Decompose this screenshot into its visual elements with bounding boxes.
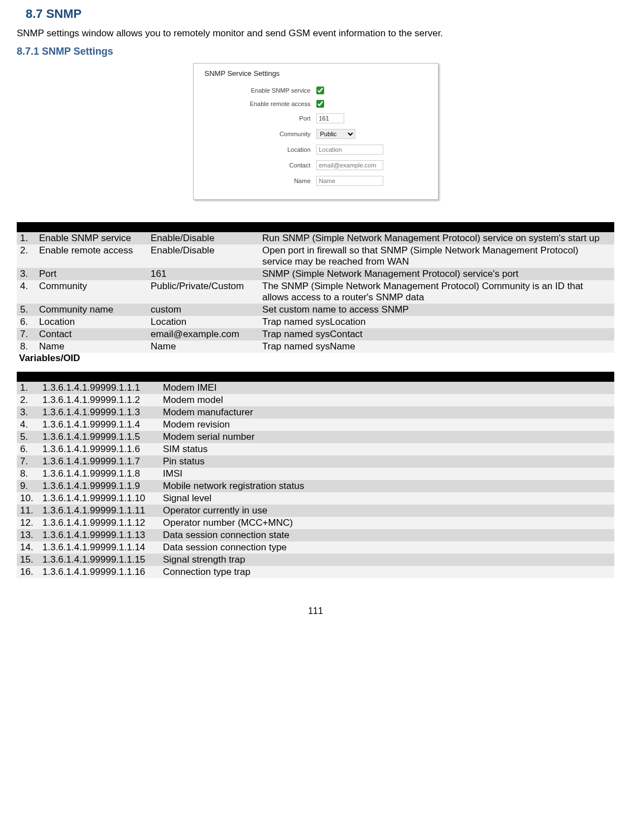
row-num: 7. [17, 328, 36, 340]
row-community: Community Public [205, 129, 427, 139]
row-num: 2. [17, 244, 36, 268]
row-field: Port [36, 268, 147, 280]
row-num: 11. [17, 505, 39, 517]
settings-head [17, 222, 614, 232]
port-input[interactable] [316, 113, 344, 123]
row-num: 8. [17, 340, 36, 353]
row-num: 5. [17, 431, 39, 443]
row-val: Name [147, 340, 259, 353]
row-val: email@example.com [147, 328, 259, 340]
contact-input[interactable] [316, 160, 383, 170]
row-num: 2. [17, 394, 39, 406]
table-row: 16.1.3.6.1.4.1.99999.1.1.16Connection ty… [17, 566, 614, 578]
name-input[interactable] [316, 176, 383, 186]
table-row: 1.Enable SNMP serviceEnable/DisableRun S… [17, 232, 614, 244]
table-row: 7.1.3.6.1.4.1.99999.1.1.7Pin status [17, 455, 614, 468]
row-num: 8. [17, 468, 39, 480]
table-row: 1.1.3.6.1.4.1.99999.1.1.1Modem IMEI [17, 382, 614, 394]
port-label: Port [205, 115, 316, 122]
row-contact: Contact [205, 160, 427, 170]
row-oid: 1.3.6.1.4.1.99999.1.1.8 [39, 468, 160, 480]
row-num: 10. [17, 492, 39, 505]
enable-remote-label: Enable remote access [205, 100, 316, 107]
settings-table: 1.Enable SNMP serviceEnable/DisableRun S… [17, 222, 614, 353]
row-oid: 1.3.6.1.4.1.99999.1.1.9 [39, 480, 160, 492]
row-num: 13. [17, 529, 39, 541]
table-row: 8.NameNameTrap named sysName [17, 340, 614, 353]
row-field: Community [36, 280, 147, 304]
row-desc: SNMP (Simple Network Management Protocol… [259, 268, 614, 280]
row-oid: 1.3.6.1.4.1.99999.1.1.1 [39, 382, 160, 394]
row-field: Location [36, 316, 147, 328]
row-oid: 1.3.6.1.4.1.99999.1.1.2 [39, 394, 160, 406]
row-field: Enable SNMP service [36, 232, 147, 244]
row-desc: The SNMP (Simple Network Management Prot… [259, 280, 614, 304]
heading-snmp: 8.7 SNMP [26, 7, 614, 21]
contact-label: Contact [205, 162, 316, 169]
row-oid: 1.3.6.1.4.1.99999.1.1.14 [39, 541, 160, 554]
row-desc: IMSI [160, 468, 614, 480]
row-oid: 1.3.6.1.4.1.99999.1.1.4 [39, 419, 160, 431]
row-desc: Modem revision [160, 419, 614, 431]
table-row: 5.1.3.6.1.4.1.99999.1.1.5Modem serial nu… [17, 431, 614, 443]
row-location: Location [205, 145, 427, 155]
row-num: 16. [17, 566, 39, 578]
row-desc: Signal level [160, 492, 614, 505]
row-oid: 1.3.6.1.4.1.99999.1.1.12 [39, 517, 160, 529]
row-oid: 1.3.6.1.4.1.99999.1.1.13 [39, 529, 160, 541]
row-val: Enable/Disable [147, 244, 259, 268]
row-field: Contact [36, 328, 147, 340]
table-row: 15.1.3.6.1.4.1.99999.1.1.15Signal streng… [17, 554, 614, 566]
row-desc: Modem model [160, 394, 614, 406]
enable-service-checkbox[interactable] [316, 87, 324, 94]
table-row: 10.1.3.6.1.4.1.99999.1.1.10Signal level [17, 492, 614, 505]
table-row: 2.1.3.6.1.4.1.99999.1.1.2Modem model [17, 394, 614, 406]
row-oid: 1.3.6.1.4.1.99999.1.1.11 [39, 505, 160, 517]
enable-remote-checkbox[interactable] [316, 100, 324, 108]
location-label: Location [205, 146, 316, 153]
row-num: 1. [17, 382, 39, 394]
location-input[interactable] [316, 145, 383, 155]
table-row: 6.LocationLocationTrap named sysLocation [17, 316, 614, 328]
row-enable-service: Enable SNMP service [205, 87, 427, 94]
row-val: custom [147, 304, 259, 316]
row-desc: Trap named sysName [259, 340, 614, 353]
row-desc: Modem serial number [160, 431, 614, 443]
table-row: 6.1.3.6.1.4.1.99999.1.1.6SIM status [17, 443, 614, 455]
table-row: 11.1.3.6.1.4.1.99999.1.1.11Operator curr… [17, 505, 614, 517]
row-desc: Data session connection state [160, 529, 614, 541]
table-row: 13.1.3.6.1.4.1.99999.1.1.13Data session … [17, 529, 614, 541]
row-num: 6. [17, 443, 39, 455]
settings-panel-wrap: SNMP Service Settings Enable SNMP servic… [17, 63, 614, 200]
name-label: Name [205, 177, 316, 184]
row-desc: Run SNMP (Simple Network Management Prot… [259, 232, 614, 244]
table-row: 7.Contactemail@example.comTrap named sys… [17, 328, 614, 340]
variables-label: Variables/OID [19, 353, 614, 364]
row-num: 9. [17, 480, 39, 492]
row-field: Enable remote access [36, 244, 147, 268]
row-desc: Trap named sysContact [259, 328, 614, 340]
row-desc: Mobile network registration status [160, 480, 614, 492]
table-row: 3.1.3.6.1.4.1.99999.1.1.3Modem manufactu… [17, 406, 614, 419]
community-select[interactable]: Public [316, 129, 355, 139]
row-oid: 1.3.6.1.4.1.99999.1.1.3 [39, 406, 160, 419]
row-val: Enable/Disable [147, 232, 259, 244]
row-num: 5. [17, 304, 36, 316]
row-num: 7. [17, 455, 39, 468]
table-row: 12.1.3.6.1.4.1.99999.1.1.12Operator numb… [17, 517, 614, 529]
intro-text: SNMP settings window allows you to remot… [17, 28, 614, 39]
row-desc: Operator currently in use [160, 505, 614, 517]
row-num: 12. [17, 517, 39, 529]
row-oid: 1.3.6.1.4.1.99999.1.1.15 [39, 554, 160, 566]
oid-head [17, 372, 614, 382]
row-desc: Set custom name to access SNMP [259, 304, 614, 316]
row-desc: Modem IMEI [160, 382, 614, 394]
row-desc: SIM status [160, 443, 614, 455]
row-desc: Trap named sysLocation [259, 316, 614, 328]
row-val: 161 [147, 268, 259, 280]
row-desc: Modem manufacturer [160, 406, 614, 419]
snmp-settings-panel: SNMP Service Settings Enable SNMP servic… [193, 63, 439, 200]
row-desc: Operator number (MCC+MNC) [160, 517, 614, 529]
row-desc: Open port in firewall so that SNMP (Simp… [259, 244, 614, 268]
table-row: 2.Enable remote accessEnable/DisableOpen… [17, 244, 614, 268]
